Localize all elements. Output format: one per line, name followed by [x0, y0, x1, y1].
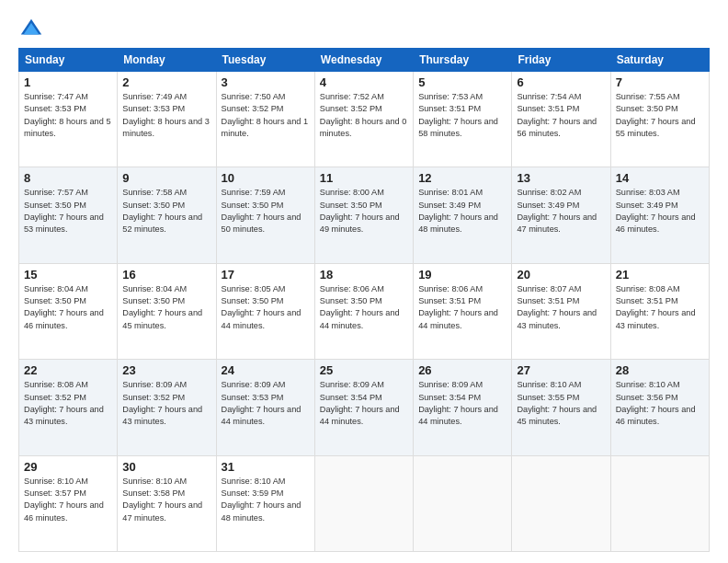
- day-info: Sunrise: 8:09 AMSunset: 3:53 PMDaylight:…: [222, 379, 310, 428]
- calendar-cell: 31Sunrise: 8:10 AMSunset: 3:59 PMDayligh…: [216, 455, 314, 551]
- day-number: 13: [517, 171, 605, 185]
- day-info: Sunrise: 8:01 AMSunset: 3:49 PMDaylight:…: [418, 187, 506, 236]
- calendar-cell: 10Sunrise: 7:59 AMSunset: 3:50 PMDayligh…: [216, 167, 314, 263]
- calendar-cell: 3Sunrise: 7:50 AMSunset: 3:52 PMDaylight…: [216, 72, 314, 167]
- calendar-cell: 20Sunrise: 8:07 AMSunset: 3:51 PMDayligh…: [512, 263, 610, 359]
- day-header-friday: Friday: [512, 49, 610, 72]
- calendar-cell: [414, 455, 512, 551]
- day-info: Sunrise: 7:57 AMSunset: 3:50 PMDaylight:…: [24, 187, 112, 236]
- logo-icon: [18, 17, 44, 42]
- day-info: Sunrise: 8:07 AMSunset: 3:51 PMDaylight:…: [517, 283, 605, 332]
- day-number: 20: [517, 268, 605, 282]
- calendar-cell: 9Sunrise: 7:58 AMSunset: 3:50 PMDaylight…: [118, 167, 216, 263]
- calendar-cell: 30Sunrise: 8:10 AMSunset: 3:58 PMDayligh…: [118, 455, 216, 551]
- day-info: Sunrise: 7:52 AMSunset: 3:52 PMDaylight:…: [320, 91, 408, 140]
- calendar-cell: 13Sunrise: 8:02 AMSunset: 3:49 PMDayligh…: [512, 167, 610, 263]
- day-number: 4: [320, 75, 408, 89]
- page: SundayMondayTuesdayWednesdayThursdayFrid…: [0, 0, 728, 563]
- day-info: Sunrise: 7:49 AMSunset: 3:53 PMDaylight:…: [122, 91, 210, 140]
- day-info: Sunrise: 8:04 AMSunset: 3:50 PMDaylight:…: [122, 283, 210, 332]
- day-header-thursday: Thursday: [414, 49, 512, 72]
- day-number: 31: [222, 460, 310, 474]
- day-info: Sunrise: 8:09 AMSunset: 3:52 PMDaylight:…: [122, 379, 210, 428]
- day-header-saturday: Saturday: [610, 49, 709, 72]
- day-info: Sunrise: 8:09 AMSunset: 3:54 PMDaylight:…: [320, 379, 408, 428]
- day-header-wednesday: Wednesday: [314, 49, 413, 72]
- header: [18, 17, 710, 42]
- day-info: Sunrise: 8:06 AMSunset: 3:51 PMDaylight:…: [418, 283, 506, 332]
- calendar-cell: 2Sunrise: 7:49 AMSunset: 3:53 PMDaylight…: [118, 72, 216, 167]
- day-number: 16: [122, 268, 210, 282]
- calendar-cell: 29Sunrise: 8:10 AMSunset: 3:57 PMDayligh…: [19, 455, 118, 551]
- day-number: 10: [222, 171, 310, 185]
- calendar-cell: 21Sunrise: 8:08 AMSunset: 3:51 PMDayligh…: [610, 263, 709, 359]
- day-number: 1: [24, 75, 112, 89]
- calendar-cell: 27Sunrise: 8:10 AMSunset: 3:55 PMDayligh…: [512, 360, 610, 455]
- calendar-cell: 8Sunrise: 7:57 AMSunset: 3:50 PMDaylight…: [19, 167, 118, 263]
- calendar-cell: 18Sunrise: 8:06 AMSunset: 3:50 PMDayligh…: [314, 263, 413, 359]
- calendar-cell: 16Sunrise: 8:04 AMSunset: 3:50 PMDayligh…: [118, 263, 216, 359]
- day-number: 22: [24, 363, 112, 377]
- day-number: 8: [24, 171, 112, 185]
- day-info: Sunrise: 8:10 AMSunset: 3:55 PMDaylight:…: [517, 379, 605, 428]
- day-info: Sunrise: 7:53 AMSunset: 3:51 PMDaylight:…: [418, 91, 506, 140]
- day-number: 3: [222, 75, 310, 89]
- day-number: 26: [418, 363, 506, 377]
- day-info: Sunrise: 8:06 AMSunset: 3:50 PMDaylight:…: [320, 283, 408, 332]
- day-info: Sunrise: 8:02 AMSunset: 3:49 PMDaylight:…: [517, 187, 605, 236]
- calendar-cell: 22Sunrise: 8:08 AMSunset: 3:52 PMDayligh…: [19, 360, 118, 455]
- day-number: 23: [122, 363, 210, 377]
- day-info: Sunrise: 8:03 AMSunset: 3:49 PMDaylight:…: [616, 187, 704, 236]
- day-info: Sunrise: 8:04 AMSunset: 3:50 PMDaylight:…: [24, 283, 112, 332]
- day-number: 2: [122, 75, 210, 89]
- day-number: 14: [616, 171, 704, 185]
- day-header-sunday: Sunday: [19, 49, 118, 72]
- day-info: Sunrise: 8:05 AMSunset: 3:50 PMDaylight:…: [222, 283, 310, 332]
- day-info: Sunrise: 8:10 AMSunset: 3:58 PMDaylight:…: [122, 476, 210, 524]
- day-number: 29: [24, 460, 112, 474]
- day-info: Sunrise: 8:09 AMSunset: 3:54 PMDaylight:…: [418, 379, 506, 428]
- day-number: 12: [418, 171, 506, 185]
- calendar-table: SundayMondayTuesdayWednesdayThursdayFrid…: [18, 48, 710, 552]
- day-info: Sunrise: 7:54 AMSunset: 3:51 PMDaylight:…: [517, 91, 605, 140]
- day-info: Sunrise: 7:58 AMSunset: 3:50 PMDaylight:…: [122, 187, 210, 236]
- day-number: 17: [222, 268, 310, 282]
- day-number: 19: [418, 268, 506, 282]
- day-info: Sunrise: 8:08 AMSunset: 3:51 PMDaylight:…: [616, 283, 704, 332]
- calendar-cell: 23Sunrise: 8:09 AMSunset: 3:52 PMDayligh…: [118, 360, 216, 455]
- calendar-cell: 26Sunrise: 8:09 AMSunset: 3:54 PMDayligh…: [414, 360, 512, 455]
- day-number: 25: [320, 363, 408, 377]
- calendar-cell: 17Sunrise: 8:05 AMSunset: 3:50 PMDayligh…: [216, 263, 314, 359]
- calendar-cell: 6Sunrise: 7:54 AMSunset: 3:51 PMDaylight…: [512, 72, 610, 167]
- calendar-cell: 25Sunrise: 8:09 AMSunset: 3:54 PMDayligh…: [314, 360, 413, 455]
- day-number: 15: [24, 268, 112, 282]
- calendar-cell: 24Sunrise: 8:09 AMSunset: 3:53 PMDayligh…: [216, 360, 314, 455]
- day-number: 7: [616, 75, 704, 89]
- calendar-cell: 4Sunrise: 7:52 AMSunset: 3:52 PMDaylight…: [314, 72, 413, 167]
- day-number: 28: [616, 363, 704, 377]
- calendar-cell: [314, 455, 413, 551]
- day-number: 21: [616, 268, 704, 282]
- day-number: 18: [320, 268, 408, 282]
- day-info: Sunrise: 7:47 AMSunset: 3:53 PMDaylight:…: [24, 91, 112, 140]
- day-number: 27: [517, 363, 605, 377]
- logo: [18, 17, 48, 42]
- calendar-cell: [610, 455, 709, 551]
- calendar-cell: 11Sunrise: 8:00 AMSunset: 3:50 PMDayligh…: [314, 167, 413, 263]
- calendar-cell: 15Sunrise: 8:04 AMSunset: 3:50 PMDayligh…: [19, 263, 118, 359]
- day-info: Sunrise: 8:10 AMSunset: 3:56 PMDaylight:…: [616, 379, 704, 428]
- calendar-cell: [512, 455, 610, 551]
- calendar-cell: 28Sunrise: 8:10 AMSunset: 3:56 PMDayligh…: [610, 360, 709, 455]
- day-header-tuesday: Tuesday: [216, 49, 314, 72]
- calendar-cell: 5Sunrise: 7:53 AMSunset: 3:51 PMDaylight…: [414, 72, 512, 167]
- day-info: Sunrise: 7:50 AMSunset: 3:52 PMDaylight:…: [222, 91, 310, 140]
- calendar-cell: 19Sunrise: 8:06 AMSunset: 3:51 PMDayligh…: [414, 263, 512, 359]
- day-info: Sunrise: 8:08 AMSunset: 3:52 PMDaylight:…: [24, 379, 112, 428]
- day-number: 24: [222, 363, 310, 377]
- calendar-cell: 7Sunrise: 7:55 AMSunset: 3:50 PMDaylight…: [610, 72, 709, 167]
- day-info: Sunrise: 7:59 AMSunset: 3:50 PMDaylight:…: [222, 187, 310, 236]
- day-number: 6: [517, 75, 605, 89]
- day-info: Sunrise: 8:10 AMSunset: 3:57 PMDaylight:…: [24, 476, 112, 524]
- day-number: 9: [122, 171, 210, 185]
- day-info: Sunrise: 8:00 AMSunset: 3:50 PMDaylight:…: [320, 187, 408, 236]
